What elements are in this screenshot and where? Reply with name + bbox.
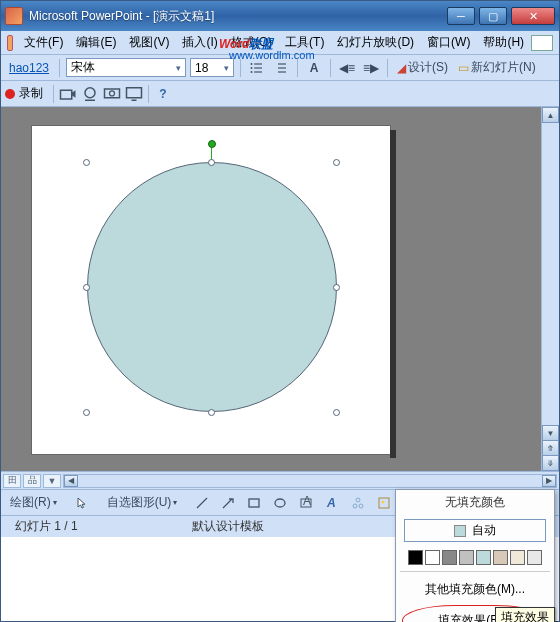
increase-font-icon[interactable]: A [304, 58, 324, 78]
resize-handle-w[interactable] [83, 284, 90, 291]
oval-icon[interactable] [268, 493, 292, 513]
menu-help[interactable]: 帮助(H) [477, 31, 530, 54]
fill-color-popup: 无填充颜色 自动 其他填充颜色(M)... 填充效果(F)... [395, 489, 555, 622]
scroll-right-icon[interactable]: ▶ [542, 475, 556, 487]
sorter-view-icon[interactable]: 品 [23, 474, 41, 488]
resize-handle-e[interactable] [333, 284, 340, 291]
no-fill-item[interactable]: 无填充颜色 [396, 490, 554, 515]
view-bar: 田 品 ▼ ◀ ▶ [1, 471, 559, 489]
resize-handle-nw[interactable] [83, 159, 90, 166]
hao123-link[interactable]: hao123 [5, 61, 53, 75]
oval-shape[interactable] [87, 162, 337, 412]
decrease-indent-icon[interactable]: ◀≡ [337, 58, 357, 78]
separator [297, 59, 298, 77]
separator [59, 59, 60, 77]
design-label: 设计(S) [408, 59, 448, 76]
titlebar: Microsoft PowerPoint - [演示文稿1] ─ ▢ ✕ [1, 1, 559, 31]
font-combo[interactable]: 宋体▾ [66, 58, 186, 77]
svg-line-15 [197, 498, 207, 508]
auto-fill-item[interactable]: 自动 [396, 515, 554, 546]
next-slide-icon[interactable]: ⤋ [542, 455, 559, 471]
record-label[interactable]: 录制 [19, 85, 43, 102]
scroll-left-icon[interactable]: ◀ [64, 475, 78, 487]
numbering-icon[interactable] [271, 58, 291, 78]
increase-indent-icon[interactable]: ≡▶ [361, 58, 381, 78]
color-swatch[interactable] [527, 550, 542, 565]
svg-rect-17 [249, 499, 259, 507]
color-swatch[interactable] [442, 550, 457, 565]
color-swatch[interactable] [476, 550, 491, 565]
bullets-icon[interactable] [247, 58, 267, 78]
recording-toolbar: 录制 ? [1, 81, 559, 107]
menu-view[interactable]: 视图(V) [123, 31, 175, 54]
monitor-icon[interactable] [124, 84, 144, 104]
camera-icon[interactable] [58, 84, 78, 104]
help-icon[interactable]: ? [153, 84, 173, 104]
svg-text:A: A [326, 496, 336, 510]
projector-icon[interactable] [102, 84, 122, 104]
svg-point-5 [251, 71, 253, 73]
resize-handle-sw[interactable] [83, 409, 90, 416]
color-swatch[interactable] [459, 550, 474, 565]
autoshapes-button[interactable]: 自选图形(U) [102, 493, 183, 513]
menu-insert[interactable]: 插入(I) [176, 31, 223, 54]
menu-file[interactable]: 文件(F) [18, 31, 69, 54]
minimize-button[interactable]: ─ [447, 7, 475, 25]
vertical-scrollbar[interactable]: ▲ ▼ ⤊ ⤋ [541, 107, 559, 471]
fontsize-combo[interactable]: 18▾ [190, 58, 234, 77]
newslide-button[interactable]: ▭新幻灯片(N) [455, 58, 539, 78]
prev-slide-icon[interactable]: ⤊ [542, 440, 559, 456]
maximize-button[interactable]: ▢ [479, 7, 507, 25]
menu-format[interactable]: 格式(O) [225, 31, 278, 54]
arrow-icon[interactable] [216, 493, 240, 513]
close-button[interactable]: ✕ [511, 7, 555, 25]
fontsize-value: 18 [195, 61, 208, 75]
help-search-input[interactable] [531, 35, 553, 51]
more-colors-item[interactable]: 其他填充颜色(M)... [396, 574, 554, 605]
design-button[interactable]: ◢设计(S) [394, 58, 451, 78]
svg-line-16 [223, 499, 232, 508]
horizontal-scrollbar[interactable]: ◀ ▶ [63, 474, 557, 488]
menu-window[interactable]: 窗口(W) [421, 31, 476, 54]
color-swatch[interactable] [493, 550, 508, 565]
window-title: Microsoft PowerPoint - [演示文稿1] [29, 8, 447, 25]
separator [148, 85, 149, 103]
slide-editor[interactable]: ▲ ▼ ⤊ ⤋ [1, 107, 559, 471]
menu-slideshow[interactable]: 幻灯片放映(D) [331, 31, 420, 54]
wordart-icon[interactable]: A [320, 493, 344, 513]
color-swatch[interactable] [510, 550, 525, 565]
scroll-up-icon[interactable]: ▲ [542, 107, 559, 123]
scroll-down-icon[interactable]: ▼ [542, 425, 559, 441]
template-name: 默认设计模板 [186, 518, 270, 535]
slideshow-view-icon[interactable]: ▼ [43, 474, 61, 488]
menu-tools[interactable]: 工具(T) [279, 31, 330, 54]
font-value: 宋体 [71, 59, 95, 76]
line-icon[interactable] [190, 493, 214, 513]
draw-menu-button[interactable]: 绘图(R) [5, 493, 62, 513]
tooltip: 填充效果 [495, 607, 555, 622]
textbox-icon[interactable]: A [294, 493, 318, 513]
resize-handle-se[interactable] [333, 409, 340, 416]
resize-handle-ne[interactable] [333, 159, 340, 166]
svg-point-3 [251, 63, 253, 65]
system-menu-icon[interactable] [7, 35, 13, 51]
color-swatch[interactable] [425, 550, 440, 565]
resize-handle-s[interactable] [208, 409, 215, 416]
menu-edit[interactable]: 编辑(E) [70, 31, 122, 54]
rectangle-icon[interactable] [242, 493, 266, 513]
record-dot-icon [5, 89, 15, 99]
clipart-icon[interactable] [372, 493, 396, 513]
slide-counter: 幻灯片 1 / 1 [9, 518, 84, 535]
scroll-track[interactable] [542, 123, 559, 423]
rotation-handle[interactable] [208, 140, 216, 148]
resize-handle-n[interactable] [208, 159, 215, 166]
webcam-icon[interactable] [80, 84, 100, 104]
svg-text:A: A [303, 496, 311, 508]
select-arrow-icon[interactable] [70, 493, 94, 513]
app-logo-icon [5, 7, 23, 25]
diagram-icon[interactable] [346, 493, 370, 513]
color-swatch[interactable] [408, 550, 423, 565]
svg-point-26 [382, 500, 385, 503]
normal-view-icon[interactable]: 田 [3, 474, 21, 488]
color-swatches [396, 546, 554, 569]
